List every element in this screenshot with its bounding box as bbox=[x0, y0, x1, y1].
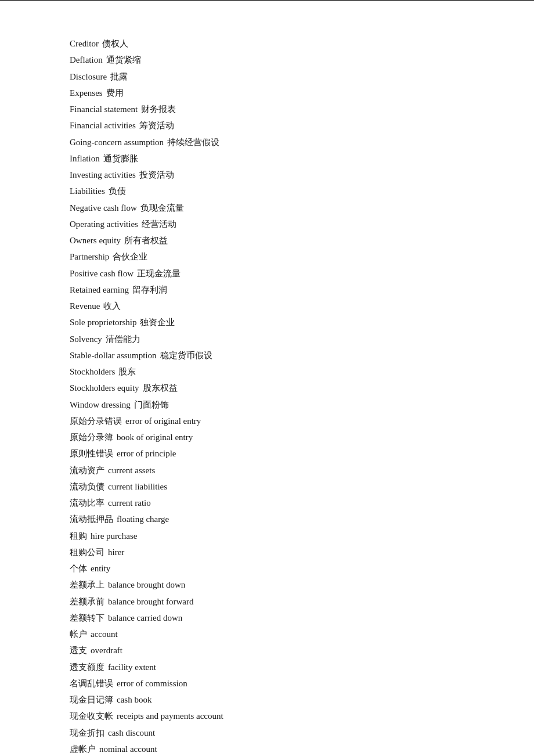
term-english: Liabilities bbox=[70, 186, 105, 196]
term-chinese: 所有者权益 bbox=[124, 236, 168, 245]
term-english: 租购 bbox=[70, 531, 87, 541]
term-english: 租购公司 bbox=[70, 548, 104, 557]
term-english: Financial activities bbox=[70, 121, 136, 130]
term-english: Positive cash flow bbox=[70, 269, 134, 278]
term-english: 个体 bbox=[70, 564, 87, 573]
list-item: 现金收支帐receipts and payments account bbox=[70, 708, 464, 723]
term-english: Retained earning bbox=[70, 285, 129, 294]
list-item: Financial activities筹资活动 bbox=[70, 118, 464, 133]
list-item: 透支overdraft bbox=[70, 643, 464, 658]
list-item: 原始分录簿book of original entry bbox=[70, 430, 464, 445]
list-item: 原则性错误error of principle bbox=[70, 446, 464, 461]
list-item: 差额承前balance brought forward bbox=[70, 594, 464, 609]
term-english: 流动抵押品 bbox=[70, 514, 113, 524]
term-english: Operating activities bbox=[70, 219, 138, 229]
term-english: Going-concern assumption bbox=[70, 138, 164, 147]
term-chinese: 财务报表 bbox=[141, 105, 176, 114]
term-chinese: floating charge bbox=[117, 514, 169, 524]
list-item: 差额转下balance carried down bbox=[70, 610, 464, 625]
list-item: Financial statement财务报表 bbox=[70, 102, 464, 117]
term-chinese: hire purchase bbox=[91, 531, 137, 541]
list-item: Positive cash flow正现金流量 bbox=[70, 266, 464, 281]
term-english: Partnership bbox=[70, 252, 109, 261]
term-chinese: 债权人 bbox=[102, 39, 128, 48]
term-chinese: error of commission bbox=[117, 679, 187, 688]
term-chinese: book of original entry bbox=[117, 433, 193, 442]
term-chinese: 门面粉饰 bbox=[134, 400, 169, 409]
list-item: 流动抵押品floating charge bbox=[70, 512, 464, 527]
term-chinese: entity bbox=[91, 564, 110, 573]
list-item: Liabilities负债 bbox=[70, 183, 464, 199]
term-chinese: error of original entry bbox=[125, 416, 201, 426]
term-chinese: balance brought forward bbox=[108, 597, 193, 606]
list-item: Revenue收入 bbox=[70, 298, 464, 314]
term-english: 透支 bbox=[70, 646, 87, 655]
term-chinese: cash discount bbox=[108, 728, 155, 737]
list-item: Owners equity所有者权益 bbox=[70, 233, 464, 248]
term-english: 流动负债 bbox=[70, 482, 104, 491]
term-chinese: facility extent bbox=[108, 663, 156, 672]
term-chinese: 费用 bbox=[106, 88, 124, 98]
list-item: Stockholders股东 bbox=[70, 364, 464, 379]
term-chinese: 经营活动 bbox=[142, 219, 176, 229]
list-item: Deflation通货紧缩 bbox=[70, 52, 464, 67]
term-english: Revenue bbox=[70, 301, 100, 311]
term-english: Window dressing bbox=[70, 400, 131, 409]
term-english: Creditor bbox=[70, 39, 99, 48]
term-chinese: 留存利润 bbox=[132, 285, 167, 294]
list-item: Retained earning留存利润 bbox=[70, 282, 464, 297]
term-english: 名调乱错误 bbox=[70, 679, 113, 688]
list-item: Stable-dollar assumption稳定货币假设 bbox=[70, 348, 464, 363]
term-chinese: 负现金流量 bbox=[140, 203, 184, 213]
term-english: 差额承前 bbox=[70, 597, 104, 606]
term-chinese: current assets bbox=[108, 466, 155, 475]
list-item: 差额承上balance brought down bbox=[70, 577, 464, 592]
term-chinese: 清偿能力 bbox=[106, 334, 140, 344]
term-chinese: 正现金流量 bbox=[137, 269, 181, 278]
list-item: 流动比率current ratio bbox=[70, 495, 464, 510]
term-chinese: 收入 bbox=[103, 301, 121, 311]
term-chinese: receipts and payments account bbox=[117, 711, 223, 721]
term-chinese: current liabilities bbox=[108, 482, 167, 491]
term-english: 现金折扣 bbox=[70, 728, 104, 737]
term-english: 虚帐户 bbox=[70, 744, 96, 754]
term-chinese: error of principle bbox=[117, 449, 176, 458]
list-item: Partnership合伙企业 bbox=[70, 249, 464, 264]
term-english: 现金收支帐 bbox=[70, 711, 113, 721]
term-chinese: account bbox=[91, 629, 118, 639]
content-area: Creditor债权人Deflation通货紧缩Disclosure批露Expe… bbox=[0, 36, 534, 756]
term-chinese: 通货紧缩 bbox=[106, 55, 141, 64]
term-chinese: 持续经营假设 bbox=[167, 138, 219, 147]
list-item: Going-concern assumption持续经营假设 bbox=[70, 135, 464, 150]
list-item: 流动资产current assets bbox=[70, 463, 464, 478]
list-item: 租购hire purchase bbox=[70, 528, 464, 543]
term-chinese: 筹资活动 bbox=[139, 121, 174, 130]
term-chinese: current ratio bbox=[108, 498, 151, 507]
term-english: Stable-dollar assumption bbox=[70, 351, 157, 360]
term-english: Negative cash flow bbox=[70, 203, 137, 213]
list-item: 名调乱错误error of commission bbox=[70, 676, 464, 691]
term-english: 差额承上 bbox=[70, 580, 104, 589]
term-english: 现金日记簿 bbox=[70, 695, 113, 704]
term-chinese: balance brought down bbox=[108, 580, 185, 589]
list-item: Investing activities投资活动 bbox=[70, 167, 464, 182]
term-english: 原则性错误 bbox=[70, 449, 113, 458]
term-english: Solvency bbox=[70, 334, 102, 344]
list-item: Expenses费用 bbox=[70, 85, 464, 100]
list-item: Disclosure批露 bbox=[70, 69, 464, 84]
list-item: Creditor债权人 bbox=[70, 36, 464, 51]
list-item: 虚帐户nominal account bbox=[70, 741, 464, 756]
term-english: 原始分录簿 bbox=[70, 433, 113, 442]
term-chinese: 股东 bbox=[118, 367, 136, 376]
term-english: Investing activities bbox=[70, 170, 136, 179]
list-item: Operating activities经营活动 bbox=[70, 217, 464, 232]
term-chinese: balance carried down bbox=[108, 613, 182, 622]
term-chinese: 稳定货币假设 bbox=[160, 351, 212, 360]
term-english: Sole proprietorship bbox=[70, 318, 136, 327]
term-chinese: nominal account bbox=[99, 744, 157, 754]
term-english: 流动资产 bbox=[70, 466, 104, 475]
list-item: Negative cash flow负现金流量 bbox=[70, 200, 464, 215]
term-chinese: cash book bbox=[117, 695, 151, 704]
list-item: 流动负债current liabilities bbox=[70, 479, 464, 494]
term-english: Expenses bbox=[70, 88, 103, 98]
